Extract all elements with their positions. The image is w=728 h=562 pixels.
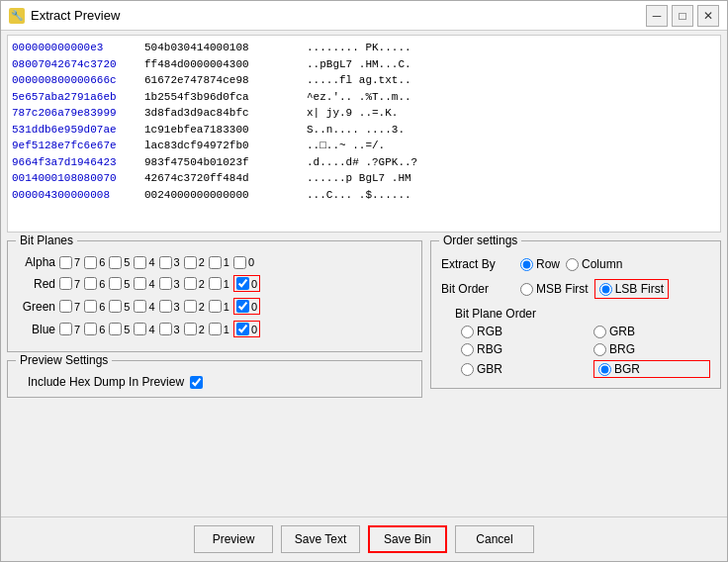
bit-check: 1	[209, 300, 229, 313]
bit-checkbox[interactable]	[159, 300, 172, 313]
bit-checkbox[interactable]	[59, 300, 72, 313]
save-bin-button[interactable]: Save Bin	[368, 525, 447, 553]
lsb-first-option-highlighted: LSB First	[594, 279, 669, 299]
maximize-button[interactable]: □	[672, 5, 693, 27]
bit-plane-order-label: Bit Plane Order	[441, 307, 710, 321]
bit-check: 0	[233, 298, 260, 315]
bit-check: 7	[59, 277, 80, 290]
cancel-button[interactable]: Cancel	[455, 525, 534, 553]
hex-line: 000000800000666c61672e747874ce98.....fl …	[12, 72, 716, 89]
bit-checkbox[interactable]	[233, 256, 246, 269]
bit-checkbox[interactable]	[184, 323, 197, 335]
bit-checkbox[interactable]	[209, 277, 222, 290]
grb-radio[interactable]	[593, 326, 606, 338]
bit-checkbox[interactable]	[84, 256, 97, 269]
bit-check: 1	[209, 323, 229, 335]
close-button[interactable]: ✕	[697, 5, 719, 27]
rgb-radio[interactable]	[461, 326, 474, 338]
brg-label: BRG	[609, 342, 635, 356]
bit-number: 5	[124, 256, 130, 268]
bit-number: 5	[124, 301, 130, 313]
bit-checkbox[interactable]	[109, 277, 122, 290]
bit-check: 0	[233, 256, 254, 269]
bit-number: 3	[174, 301, 180, 313]
bit-number: 4	[148, 324, 154, 335]
bit-checkbox[interactable]	[134, 300, 146, 313]
bgr-radio[interactable]	[598, 363, 611, 376]
bit-number: 7	[74, 324, 80, 335]
bit-checkbox[interactable]	[109, 256, 122, 269]
bit-checkbox[interactable]	[236, 300, 249, 313]
hex-preview-area[interactable]: 000000000000e3504b030414000108........ P…	[7, 35, 721, 233]
bit-checkbox[interactable]	[159, 277, 172, 290]
hex-bytes: 0024000000000000	[144, 187, 303, 204]
bit-checkbox[interactable]	[159, 323, 172, 335]
bit-checkbox[interactable]	[134, 277, 146, 290]
bit-checkbox[interactable]	[209, 256, 222, 269]
hex-ascii: ..pBgL7 .HM...C.	[307, 56, 411, 73]
hex-bytes: 983f47504b01023f	[144, 154, 303, 171]
bit-checkbox[interactable]	[109, 300, 122, 313]
bit-check: 0	[233, 321, 260, 337]
bit-check: 3	[159, 277, 180, 290]
save-text-button[interactable]: Save Text	[281, 525, 360, 553]
bit-planes-title: Bit Planes	[16, 234, 77, 247]
bit-check: 7	[59, 300, 80, 313]
hex-addr: 08007042674c3720	[12, 56, 140, 73]
hex-line: 9ef5128e7fc6e67elac83dcf94972fb0..□..~ .…	[12, 138, 716, 154]
bit-checkbox[interactable]	[109, 323, 122, 335]
bit-checkbox[interactable]	[236, 323, 249, 335]
bit-check: 4	[134, 256, 154, 269]
bit-checkbox[interactable]	[236, 277, 249, 290]
bit-checkbox[interactable]	[184, 277, 197, 290]
window-body: 000000000000e3504b030414000108........ P…	[1, 31, 727, 561]
lsb-first-radio[interactable]	[599, 283, 612, 296]
bit-checkbox[interactable]	[134, 323, 146, 335]
bit-number: 3	[174, 256, 180, 268]
bit-number: 1	[224, 324, 229, 335]
extract-by-column-label: Column	[582, 257, 622, 271]
hex-bytes: 504b030414000108	[144, 40, 303, 56]
bit-checkbox[interactable]	[84, 300, 97, 313]
bit-check: 1	[209, 277, 229, 290]
rbg-radio[interactable]	[461, 343, 474, 356]
bit-checkbox[interactable]	[159, 256, 172, 269]
bit-checkbox[interactable]	[134, 256, 146, 269]
extract-by-row-radio[interactable]	[520, 258, 533, 271]
grb-option: GRB	[593, 325, 710, 338]
extract-by-row-label: Row	[536, 257, 560, 271]
brg-radio[interactable]	[593, 343, 606, 356]
hex-ascii: ...C... .$......	[307, 187, 411, 204]
hex-line: 001400010808007042674c3720ff484d......p …	[12, 170, 716, 187]
include-hex-checkbox[interactable]	[190, 376, 203, 389]
msb-first-radio[interactable]	[520, 283, 533, 296]
bit-number: 2	[199, 301, 205, 313]
hex-ascii: ......p BgL7 .HM	[307, 170, 411, 187]
bit-checkbox[interactable]	[209, 323, 222, 335]
bit-checkbox[interactable]	[209, 300, 222, 313]
preview-settings-title: Preview Settings	[16, 353, 112, 367]
extract-by-column-radio[interactable]	[566, 258, 579, 271]
hex-line: 000000000000e3504b030414000108........ P…	[12, 40, 716, 56]
gbr-radio[interactable]	[461, 363, 474, 376]
bit-check: 4	[134, 323, 154, 335]
bit-checkbox[interactable]	[59, 277, 72, 290]
title-bar: 🔧 Extract Preview ─ □ ✕	[1, 1, 727, 31]
bit-row-label: Red	[18, 277, 55, 291]
bit-checkbox[interactable]	[59, 323, 72, 335]
bit-check: 2	[184, 256, 205, 269]
hex-ascii: ..□..~ ..=/.	[307, 138, 386, 154]
bit-checkbox[interactable]	[84, 277, 97, 290]
hex-bytes: 1c91ebfea7183300	[144, 122, 303, 139]
hex-line: 5e657aba2791a6eb1b2554f3b96d0fca^ez.'.. …	[12, 89, 716, 106]
bit-checkbox[interactable]	[184, 300, 197, 313]
preview-button[interactable]: Preview	[194, 525, 273, 553]
hex-ascii: S..n.... ....3.	[307, 122, 405, 139]
bit-checkbox[interactable]	[184, 256, 197, 269]
bit-order-label: Bit Order	[441, 282, 512, 296]
bit-checkbox[interactable]	[84, 323, 97, 335]
bit-check: 5	[109, 300, 130, 313]
bit-checkbox[interactable]	[59, 256, 72, 269]
minimize-button[interactable]: ─	[646, 5, 668, 27]
bit-plane-row: Red76543210	[18, 275, 411, 292]
